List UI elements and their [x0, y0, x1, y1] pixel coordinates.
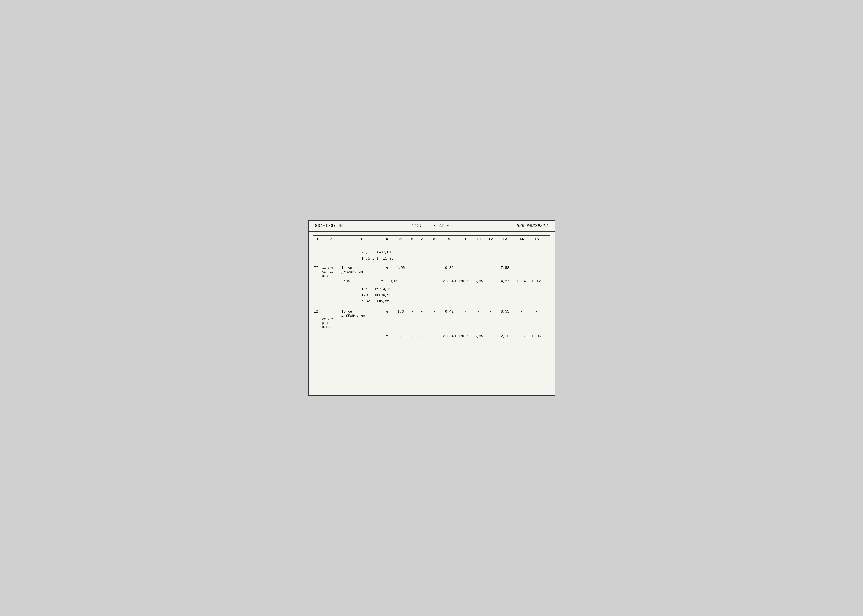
cell-II-12m: - [485, 266, 496, 270]
section-II: II I2-2-4 CI ч.I р.3 То же, Д=32х2,2мм м… [313, 266, 550, 304]
col-header-3: 3 [360, 237, 362, 243]
col-header-9: 9 [448, 237, 450, 243]
cell-I2-13t: 2,I3 [496, 334, 514, 339]
cell-II-t-col2 [322, 279, 341, 280]
cell-I2-t-col1 [313, 334, 322, 335]
col-header-14: I4 [519, 237, 524, 243]
cell-I2-8m: - [428, 309, 441, 314]
cell-I2-10t: I96,90 [458, 334, 473, 339]
col-header-10: IO [463, 237, 468, 243]
data-area: 79,I.I,I=87,0I I4,5.I,I= I5,95 II I2-2-4… [313, 243, 550, 340]
cell-II-15t: 0,I2 [529, 279, 544, 284]
header: 904-I-67.86 (11) - 43 - ННВ №9329/14 [309, 221, 555, 231]
col-header-2: 2 [330, 237, 332, 243]
cell-II-9t: 2I3,40 [441, 279, 458, 284]
cell-I2-9m: 0,42 [441, 309, 458, 314]
cell-I2-8t: - [428, 334, 441, 339]
cell-II-col2: I2-2-4 CI ч.I р.3 [322, 266, 341, 278]
cell-II-price-label: цена: [341, 279, 381, 284]
cell-II-11m: - [473, 266, 485, 270]
cell-I2-10m: - [458, 309, 473, 314]
cell-I2-9t: 2I3,40 [441, 334, 458, 339]
cell-I2-5m: I,3 [393, 309, 408, 314]
cell-I2-6m: - [408, 309, 417, 314]
cell-I2-unit-t: т [381, 334, 393, 339]
cell-II-5t [393, 279, 408, 280]
cell-I2-col1: I2 [313, 309, 322, 314]
cell-II-col3: То же, Д=32х2,2мм [341, 266, 381, 274]
cell-I2-6t: - [408, 334, 417, 339]
cell-II-unit-t: т 0,02 [381, 279, 393, 284]
cell-I2-14m: - [514, 309, 529, 314]
cell-I2-col2: I2-2-4 CI ч.I р.3 п.I33 [322, 309, 341, 333]
cell-I2-15m: - [529, 309, 544, 314]
col-header-5: 5 [400, 237, 402, 243]
cell-I2-t-col3 [341, 334, 381, 335]
col-header-1: I [316, 237, 318, 243]
cell-II-10m: - [458, 266, 473, 270]
cell-II-unit-m: м [381, 266, 393, 270]
col-header-8: 8 [433, 237, 435, 243]
cell-I2-7m: - [417, 309, 428, 314]
cell-I2-col3: То же, Д=38х2,5 мм [341, 309, 381, 318]
pre-note-1: 79,I.I,I=87,0I [362, 249, 550, 255]
col-header-11: II [477, 237, 481, 243]
cell-II-col1: II [313, 266, 322, 270]
pre-notes-section: 79,I.I,I=87,0I I4,5.I,I= I5,95 [313, 249, 550, 262]
cell-II-13t: 4,27 [496, 279, 514, 284]
cell-II-10t: I96,90 [458, 279, 473, 284]
section-II-notes: I94.I,I=2I3,40 I79.I,I=I96,90 5,32.I,I=5… [313, 286, 550, 304]
cell-I2-5t: - [393, 334, 408, 339]
doc-number: 904-I-67.86 [315, 223, 344, 228]
note-II-2: I79.I,I=I96,90 [362, 292, 550, 298]
cell-II-6m: - [408, 266, 417, 270]
cell-I2-12t: - [485, 334, 496, 339]
note-II-1: I94.I,I=2I3,40 [362, 286, 550, 292]
cell-I2-11t: 5,85 [473, 334, 485, 339]
row-I2-m: I2 I2-2-4 CI ч.I р.3 п.I33 То же, Д=38х2… [313, 309, 550, 333]
cell-II-14t: 3,94 [514, 279, 529, 284]
page-label: (11) - 43 - [411, 223, 449, 228]
col-header-4: 4 [386, 237, 388, 243]
cell-II-8t [428, 279, 441, 280]
row-II-m: II I2-2-4 CI ч.I р.3 То же, Д=32х2,2мм м… [313, 266, 550, 278]
cell-I2-12m: - [485, 309, 496, 314]
inventory-number: ННВ №9329/14 [517, 223, 548, 228]
col-header-15: I5 [534, 237, 539, 243]
cell-I2-14t: I,97 [514, 334, 529, 339]
cell-II-7m: - [417, 266, 428, 270]
cell-II-15m: - [529, 266, 544, 270]
cell-I2-7t: - [417, 334, 428, 339]
note-II-3: 5,32.I,I=5,85 [362, 298, 550, 304]
cell-II-9m: 0,32 [441, 266, 458, 270]
cell-II-5m: 4,95 [393, 266, 408, 270]
cell-II-13m: I,58 [496, 266, 514, 270]
cell-I2-unit-m: м [381, 309, 393, 314]
col-header-12: I2 [488, 237, 493, 243]
col-header-13: I3 [503, 237, 507, 243]
col-header-7: 7 [420, 237, 423, 243]
cell-I2-15t: 0,06 [529, 334, 544, 339]
cell-II-14m: - [514, 266, 529, 270]
section-I2: I2 I2-2-4 CI ч.I р.3 п.I33 То же, Д=38х2… [313, 309, 550, 340]
cell-II-t-col1 [313, 279, 322, 280]
cell-I2-11m: - [473, 309, 485, 314]
cell-II-12t: - [485, 279, 496, 284]
cell-II-7t [417, 279, 428, 280]
column-headers: I 2 3 4 5 6 7 8 9 IO II I2 I3 I4 I5 [313, 237, 550, 243]
col-header-6: 6 [411, 237, 413, 243]
cell-II-8m: - [428, 266, 441, 270]
cell-II-11t: 5,85 [473, 279, 485, 284]
cell-I2-13m: 0,55 [496, 309, 514, 314]
cell-II-6t [408, 279, 417, 280]
row-II-t: цена: т 0,02 2I3,40 I96,90 5,85 - 4 [313, 279, 550, 285]
page: 904-I-67.86 (11) - 43 - ННВ №9329/14 I 2… [308, 220, 555, 396]
cell-I2-t-col2 [322, 334, 341, 335]
row-I2-t: т - - - - 2I3,40 I96,90 5,85 - 2,I3 I,97… [313, 334, 550, 340]
pre-note-2: I4,5.I,I= I5,95 [362, 255, 550, 262]
content: I 2 3 4 5 6 7 8 9 IO II I2 I3 I4 I5 79,I… [309, 231, 555, 343]
